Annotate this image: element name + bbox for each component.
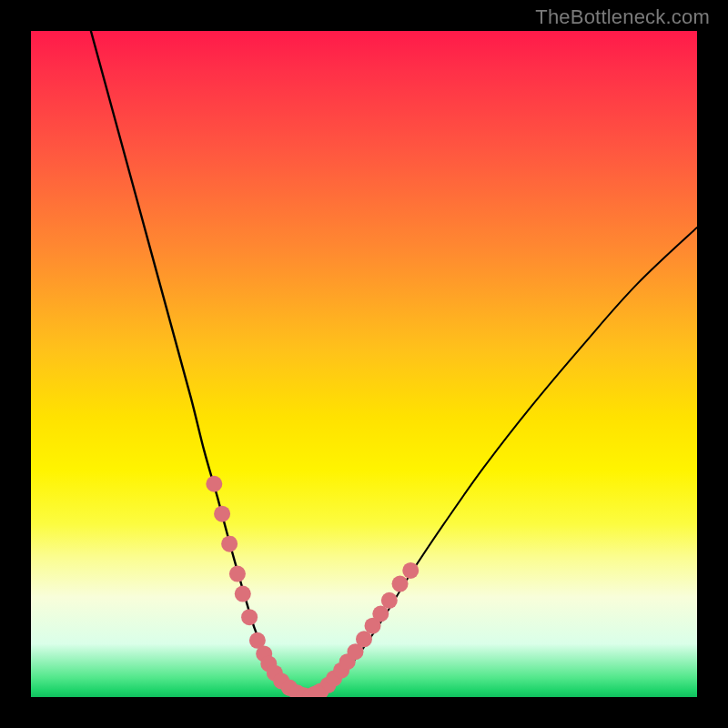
chart-svg bbox=[31, 31, 697, 697]
watermark-label: TheBottleneck.com bbox=[535, 5, 710, 29]
bead-marker bbox=[402, 562, 419, 579]
bead-marker bbox=[221, 536, 238, 552]
bead-marker bbox=[214, 506, 230, 522]
plot-area bbox=[31, 31, 697, 697]
bead-marker bbox=[235, 586, 251, 602]
chart-frame: TheBottleneck.com bbox=[0, 0, 728, 728]
bead-marker bbox=[392, 576, 409, 592]
bead-marker bbox=[206, 476, 222, 492]
bead-marker bbox=[229, 566, 246, 582]
left-curve bbox=[91, 31, 311, 696]
bead-marker bbox=[241, 609, 258, 625]
bead-marker bbox=[381, 592, 398, 609]
